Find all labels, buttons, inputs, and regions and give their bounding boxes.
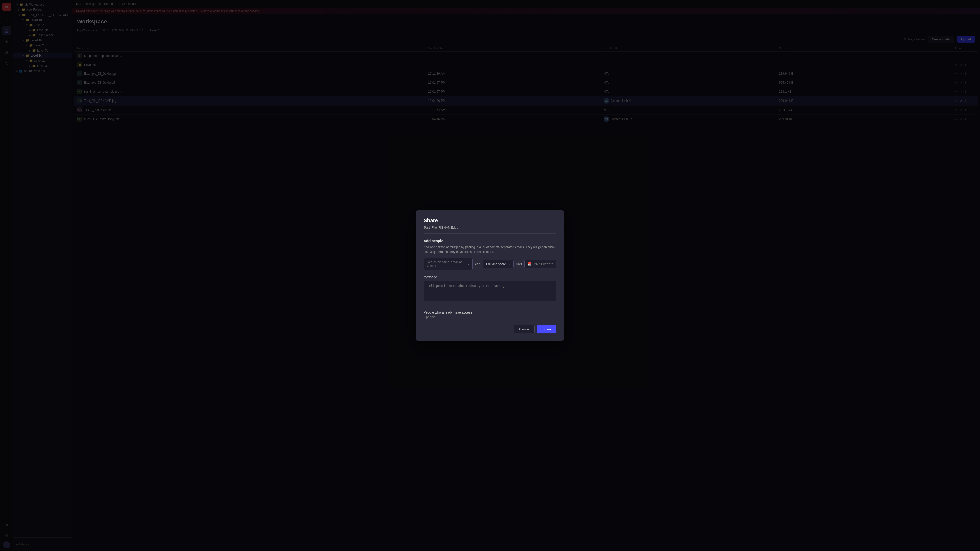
people-count: 0 people [424, 315, 556, 319]
people-access-title: People who already have access [424, 310, 556, 314]
people-access-section: People who already have access 0 people [424, 310, 556, 319]
cancel-button[interactable]: Cancel [514, 325, 535, 333]
add-people-title: Add people [424, 239, 556, 243]
calendar-icon: 📅 [528, 262, 531, 266]
chevron-down-icon: ▼ [467, 263, 469, 265]
chevron-down-icon: ▼ [508, 263, 511, 265]
date-placeholder: MM/DD/YYYY [534, 262, 553, 266]
divider [424, 306, 556, 306]
share-modal: Share Test_File_RENAME.jpg Add people Ad… [416, 210, 564, 341]
message-textarea[interactable] [424, 281, 556, 301]
search-by-name-input[interactable]: Search by name, email or vendor ▼ [424, 258, 473, 270]
permission-dropdown[interactable]: Edit and share ▼ [483, 260, 514, 268]
message-label: Message [424, 275, 556, 279]
share-controls: Search by name, email or vendor ▼ can Ed… [424, 258, 556, 270]
modal-overlay[interactable]: Share Test_File_RENAME.jpg Add people Ad… [0, 0, 980, 551]
message-section: Message [424, 275, 556, 302]
can-label: can [475, 262, 480, 266]
permission-label: Edit and share [486, 262, 506, 266]
date-picker[interactable]: 📅 MM/DD/YYYY [525, 260, 556, 268]
add-people-desc: Add one person or multiple by pasting in… [424, 245, 556, 254]
search-placeholder: Search by name, email or vendor [427, 260, 467, 268]
until-label: until [516, 262, 522, 266]
modal-title: Share [424, 218, 556, 224]
share-button[interactable]: Share [537, 325, 556, 333]
modal-filename: Test_File_RENAME.jpg [424, 225, 556, 233]
modal-footer: Cancel Share [424, 325, 556, 333]
